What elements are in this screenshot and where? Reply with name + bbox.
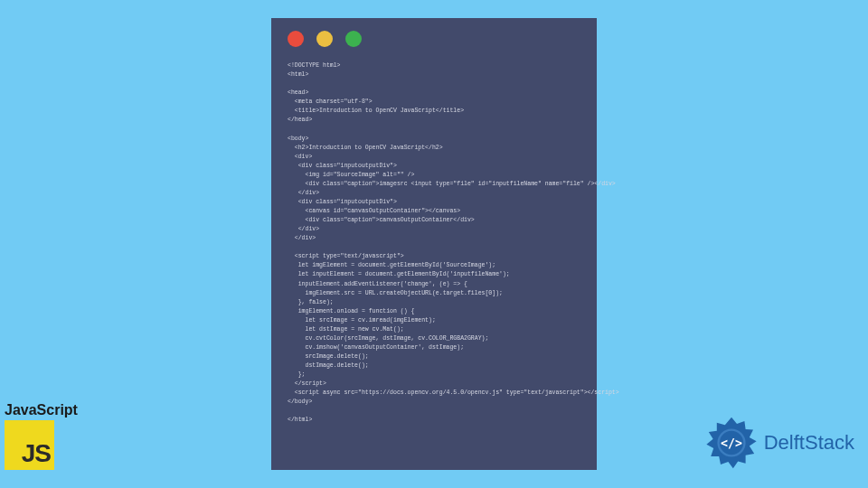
javascript-label: JavaScript	[5, 402, 78, 418]
code-content: <!DOCTYPE html> <html> <head> <meta char…	[288, 61, 580, 426]
javascript-logo-text: JS	[22, 439, 51, 468]
javascript-badge: JavaScript JS	[5, 402, 78, 470]
javascript-logo-icon: JS	[5, 420, 54, 470]
svg-text:</>: </>	[721, 436, 742, 450]
close-icon	[288, 31, 304, 47]
code-window: <!DOCTYPE html> <html> <head> <meta char…	[271, 18, 597, 470]
delftstack-logo: </> DelftStack	[704, 416, 854, 470]
maximize-icon	[345, 31, 362, 47]
minimize-icon	[316, 31, 333, 47]
delftstack-text: DelftStack	[764, 431, 854, 455]
delftstack-emblem-icon: </>	[704, 416, 759, 470]
window-traffic-lights	[288, 31, 580, 47]
